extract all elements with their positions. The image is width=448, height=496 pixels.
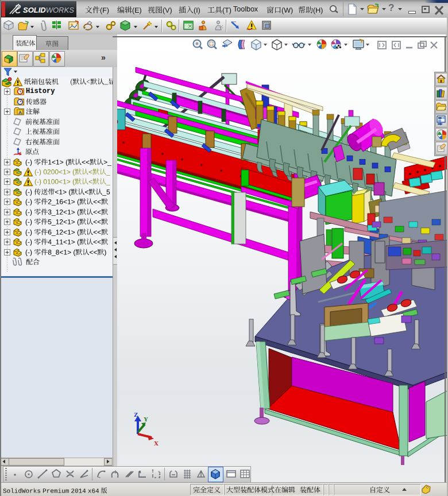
svg-text:Y: Y xyxy=(144,416,148,423)
svg-text:SOLIDWORKS: SOLIDWORKS xyxy=(23,6,74,14)
svg-text:A: A xyxy=(18,110,22,115)
svg-text:X: X xyxy=(154,440,159,447)
svg-text:Z: Z xyxy=(134,411,138,418)
